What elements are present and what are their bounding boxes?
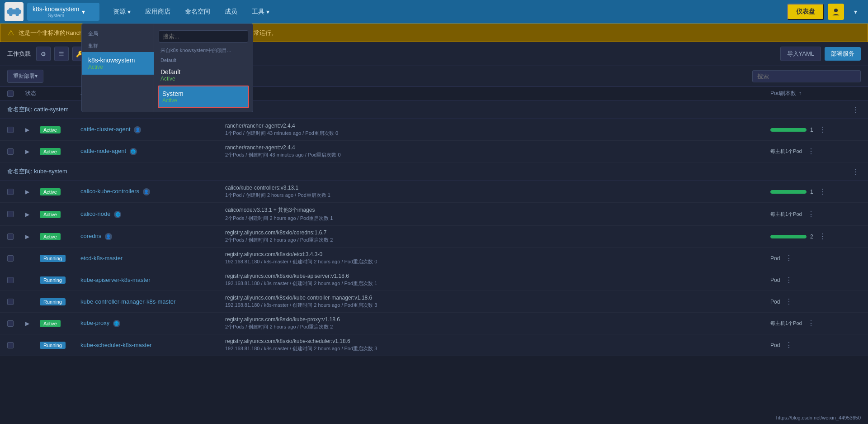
cluster-sub: System bbox=[33, 13, 79, 18]
redeploy-button[interactable]: 重新部署▾ bbox=[7, 70, 43, 83]
row-more-button[interactable]: ⋮ bbox=[817, 231, 828, 242]
row-more-button[interactable]: ⋮ bbox=[783, 340, 794, 351]
row-more-button[interactable]: ⋮ bbox=[783, 296, 794, 307]
row-checkbox[interactable] bbox=[7, 255, 25, 262]
workload-name-link[interactable]: kube-controller-manager-k8s-master bbox=[80, 298, 175, 305]
row-status-badge: Active bbox=[40, 126, 80, 133]
row-expand[interactable]: ▶ bbox=[25, 320, 40, 327]
row-name-cell: calico-node 🌐 bbox=[80, 210, 225, 218]
row-expand[interactable]: ▶ bbox=[25, 211, 40, 218]
status-col-header: 状态 bbox=[25, 90, 40, 97]
row-name-cell: cattle-cluster-agent 👤 bbox=[80, 126, 225, 133]
nav-item-members[interactable]: 成员 bbox=[218, 5, 244, 19]
row-name-cell: cattle-node-agent 🌐 bbox=[80, 148, 225, 155]
workload-name-link[interactable]: cattle-node-agent bbox=[80, 148, 126, 154]
nav-item-appstore[interactable]: 应用商店 bbox=[139, 5, 177, 19]
row-checkbox[interactable] bbox=[7, 342, 25, 348]
workload-name-link[interactable]: coredns bbox=[80, 233, 101, 239]
dashboard-button[interactable]: 仪表盘 bbox=[787, 4, 824, 20]
row-more-button[interactable]: ⋮ bbox=[783, 253, 794, 264]
settings-icon-btn[interactable]: ⚙ bbox=[36, 47, 51, 61]
user-avatar[interactable] bbox=[828, 4, 844, 20]
k8s-cluster-item[interactable]: k8s-knowsystem Active bbox=[82, 52, 154, 75]
pod-number: 1 bbox=[810, 189, 813, 195]
row-more-button[interactable]: ⋮ bbox=[806, 209, 816, 219]
deploy-service-button[interactable]: 部署服务 bbox=[825, 47, 861, 61]
nav-item-resources[interactable]: 资源 ▾ bbox=[107, 5, 137, 19]
default-section-label: Default bbox=[154, 56, 253, 65]
pod-type-label: Pod bbox=[770, 299, 780, 305]
pod-type-label: Pod bbox=[770, 277, 780, 283]
table-row: ▶ Active cattle-cluster-agent 👤 rancher/… bbox=[0, 119, 868, 141]
row-checkbox[interactable] bbox=[7, 233, 25, 240]
row-more-button[interactable]: ⋮ bbox=[817, 124, 828, 135]
row-expand[interactable]: ▶ bbox=[25, 233, 40, 240]
workload-globe-icon: 🌐 bbox=[130, 148, 137, 155]
row-more-button[interactable]: ⋮ bbox=[806, 318, 816, 329]
cluster-section-title: 集群 bbox=[82, 40, 154, 52]
import-yaml-button[interactable]: 导入YAML bbox=[780, 47, 821, 61]
row-expand[interactable]: ▶ bbox=[25, 148, 40, 155]
workload-name-link[interactable]: etcd-k8s-master bbox=[80, 255, 123, 262]
nav-item-tools[interactable]: 工具 ▾ bbox=[245, 5, 276, 19]
svg-rect-3 bbox=[9, 13, 12, 16]
dropdown-arrow-icon: ▾ bbox=[82, 8, 85, 15]
row-expand[interactable]: ▶ bbox=[25, 126, 40, 133]
row-checkbox[interactable] bbox=[7, 320, 25, 327]
row-image-cell: rancher/rancher-agent:v2.4.4 1个Pod / 创建时… bbox=[225, 123, 770, 137]
workload-name-link[interactable]: cattle-cluster-agent bbox=[80, 126, 131, 133]
row-checkbox[interactable] bbox=[7, 127, 25, 133]
kube-system-more-button[interactable]: ⋮ bbox=[850, 166, 861, 177]
row-image-detail: 192.168.81.180 / k8s-master / 创建时间 2 hou… bbox=[225, 345, 770, 352]
pod-each-label: 每主机1个Pod bbox=[770, 320, 802, 327]
resources-arrow-icon: ▾ bbox=[127, 8, 131, 15]
cattle-system-more-button[interactable]: ⋮ bbox=[850, 104, 861, 115]
row-expand[interactable]: ▶ bbox=[25, 188, 40, 195]
dropdown-hint: 来自k8s-knowsystem中的项目... bbox=[154, 45, 253, 56]
row-checkbox[interactable] bbox=[7, 148, 25, 155]
workload-name-link[interactable]: calico-node bbox=[80, 210, 111, 217]
dropdown-left-panel: 全局 集群 k8s-knowsystem Active bbox=[82, 24, 154, 112]
row-checkbox[interactable] bbox=[7, 189, 25, 195]
row-image-cell: registry.aliyuncs.com/k8sxio/etcd:3.4.3-… bbox=[225, 251, 770, 265]
row-image-detail: 2个Pods / 创建时间 2 hours ago / Pod重启次数 2 bbox=[225, 324, 770, 330]
default-option-status: Active bbox=[160, 76, 246, 82]
workload-name-link[interactable]: kube-apiserver-k8s-master bbox=[80, 276, 151, 283]
row-checkbox[interactable] bbox=[7, 299, 25, 305]
row-checkbox[interactable] bbox=[7, 277, 25, 283]
row-more-button[interactable]: ⋮ bbox=[783, 275, 794, 286]
row-checkbox[interactable] bbox=[7, 211, 25, 217]
nav-menu: 资源 ▾ 应用商店 命名空间 成员 工具 ▾ bbox=[107, 5, 276, 19]
row-image-cell: registry.aliyuncs.com/k8sxio/kube-schedu… bbox=[225, 338, 770, 352]
row-image-name: registry.aliyuncs.com/k8sxio/kube-apiser… bbox=[225, 273, 770, 279]
svg-rect-2 bbox=[16, 8, 19, 11]
image-col-header[interactable]: 镜像 ↑ bbox=[225, 90, 770, 97]
workload-search-input[interactable] bbox=[752, 70, 861, 82]
system-option-name: System bbox=[162, 90, 245, 97]
list-view-icon-btn[interactable]: ☰ bbox=[54, 47, 69, 61]
workload-name-link[interactable]: kube-scheduler-k8s-master bbox=[80, 342, 152, 348]
kube-system-title: 命名空间: kube-system bbox=[7, 167, 67, 176]
row-image-cell: rancher/rancher-agent:v2.4.4 2个Pods / 创建… bbox=[225, 144, 770, 158]
k8s-cluster-name: k8s-knowsystem bbox=[88, 57, 147, 64]
row-more-button[interactable]: ⋮ bbox=[817, 186, 828, 197]
row-pod-count: 2 ⋮ bbox=[770, 231, 861, 242]
pods-sort-icon: ↑ bbox=[799, 90, 802, 96]
cluster-dropdown[interactable]: k8s-knowsystem System ▾ bbox=[27, 3, 99, 21]
row-status-badge: Running bbox=[40, 276, 80, 283]
workload-name-link[interactable]: calico-kube-controllers bbox=[80, 188, 139, 195]
user-dropdown-arrow[interactable]: ▾ bbox=[848, 5, 863, 18]
dropdown-search-input[interactable] bbox=[159, 30, 248, 43]
row-more-button[interactable]: ⋮ bbox=[806, 146, 816, 157]
system-option[interactable]: System Active bbox=[158, 86, 249, 108]
row-image-name: calico/kube-controllers:v3.13.1 bbox=[225, 185, 770, 191]
nav-item-namespace[interactable]: 命名空间 bbox=[179, 5, 217, 19]
kube-system-section: 命名空间: kube-system ⋮ ▶ Active calico-kube… bbox=[0, 162, 868, 356]
table-row: ▶ Active calico-kube-controllers 👤 calic… bbox=[0, 181, 868, 203]
select-all-checkbox[interactable] bbox=[7, 91, 25, 97]
default-option[interactable]: Default Active bbox=[154, 65, 253, 86]
pods-col-header[interactable]: Pod副本数 ↑ bbox=[770, 90, 861, 97]
row-status-badge: Active bbox=[40, 233, 80, 240]
workload-name-link[interactable]: kube-proxy bbox=[80, 319, 109, 326]
row-pod-count: 每主机1个Pod ⋮ bbox=[770, 209, 861, 219]
